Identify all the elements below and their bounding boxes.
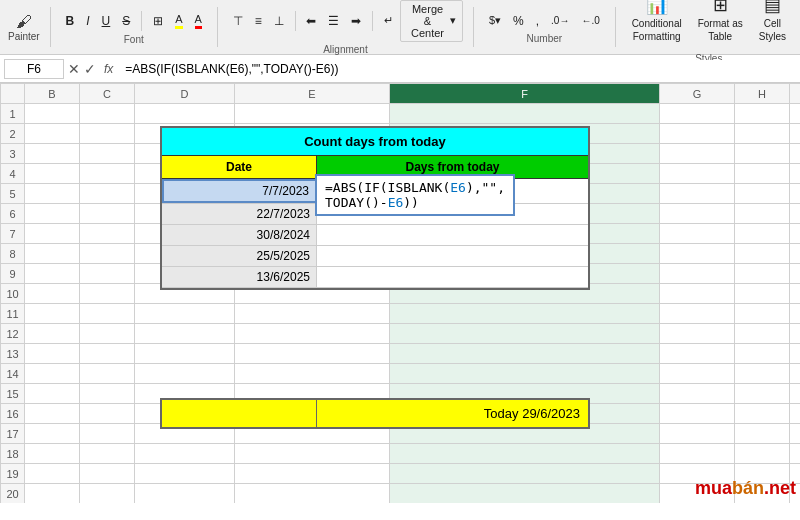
conditional-formatting-button[interactable]: 📊 ConditionalFormatting <box>626 0 688 47</box>
align-center-button[interactable]: ☰ <box>323 11 344 31</box>
grid-cell[interactable] <box>735 424 790 444</box>
percent-button[interactable]: % <box>508 11 529 31</box>
grid-cell[interactable] <box>135 364 235 384</box>
underline-button[interactable]: U <box>97 11 116 31</box>
grid-cell[interactable] <box>80 464 135 484</box>
grid-cell[interactable] <box>390 104 660 124</box>
grid-cell[interactable] <box>25 304 80 324</box>
grid-cell[interactable] <box>390 344 660 364</box>
grid-cell[interactable] <box>25 424 80 444</box>
grid-cell[interactable] <box>660 424 735 444</box>
grid-cell[interactable] <box>135 104 235 124</box>
grid-cell[interactable] <box>390 364 660 384</box>
grid-cell[interactable] <box>790 104 801 124</box>
format-as-table-button[interactable]: ⊞ Format as Table <box>692 0 749 47</box>
grid-cell[interactable] <box>660 224 735 244</box>
grid-cell[interactable] <box>235 444 390 464</box>
grid-cell[interactable] <box>790 144 801 164</box>
date-cell-4[interactable]: 25/5/2025 <box>162 246 317 266</box>
grid-cell[interactable] <box>25 404 80 424</box>
border-button[interactable]: ⊞ <box>148 11 168 31</box>
align-bottom-button[interactable]: ⊥ <box>269 11 289 31</box>
days-cell-5[interactable] <box>317 267 588 287</box>
grid-cell[interactable] <box>790 324 801 344</box>
grid-cell[interactable] <box>660 324 735 344</box>
grid-cell[interactable] <box>790 384 801 404</box>
grid-cell[interactable] <box>25 284 80 304</box>
grid-cell[interactable] <box>25 104 80 124</box>
grid-cell[interactable] <box>790 444 801 464</box>
grid-cell[interactable] <box>390 324 660 344</box>
font-color-button[interactable]: A <box>190 10 207 32</box>
grid-cell[interactable] <box>660 284 735 304</box>
col-header-h[interactable]: H <box>735 84 790 104</box>
grid-cell[interactable] <box>135 464 235 484</box>
currency-button[interactable]: $▾ <box>484 11 506 30</box>
grid-cell[interactable] <box>25 144 80 164</box>
cell-styles-button[interactable]: ▤ CellStyles <box>753 0 792 47</box>
grid-cell[interactable] <box>80 204 135 224</box>
grid-cell[interactable] <box>80 424 135 444</box>
grid-cell[interactable] <box>80 304 135 324</box>
align-right-button[interactable]: ➡ <box>346 11 366 31</box>
align-left-button[interactable]: ⬅ <box>301 11 321 31</box>
date-cell-3[interactable]: 30/8/2024 <box>162 225 317 245</box>
grid-cell[interactable] <box>25 344 80 364</box>
grid-cell[interactable] <box>790 244 801 264</box>
grid-cell[interactable] <box>135 324 235 344</box>
grid-cell[interactable] <box>790 344 801 364</box>
grid-cell[interactable] <box>25 224 80 244</box>
grid-cell[interactable] <box>790 304 801 324</box>
grid-cell[interactable] <box>790 124 801 144</box>
grid-cell[interactable] <box>80 444 135 464</box>
days-cell-4[interactable] <box>317 246 588 266</box>
grid-cell[interactable] <box>735 104 790 124</box>
grid-cell[interactable] <box>80 284 135 304</box>
grid-cell[interactable] <box>390 304 660 324</box>
grid-cell[interactable] <box>80 124 135 144</box>
cell-reference-box[interactable] <box>4 59 64 79</box>
grid-cell[interactable] <box>390 464 660 484</box>
grid-cell[interactable] <box>660 364 735 384</box>
grid-cell[interactable] <box>790 404 801 424</box>
confirm-formula-icon[interactable]: ✓ <box>84 61 96 77</box>
grid-cell[interactable] <box>25 364 80 384</box>
grid-cell[interactable] <box>735 404 790 424</box>
grid-cell[interactable] <box>80 364 135 384</box>
grid-cell[interactable] <box>660 164 735 184</box>
grid-cell[interactable] <box>660 204 735 224</box>
grid-cell[interactable] <box>790 364 801 384</box>
grid-cell[interactable] <box>660 244 735 264</box>
grid-cell[interactable] <box>735 264 790 284</box>
grid-cell[interactable] <box>235 304 390 324</box>
grid-cell[interactable] <box>660 184 735 204</box>
grid-cell[interactable] <box>790 224 801 244</box>
strikethrough-button[interactable]: S <box>117 11 135 31</box>
grid-cell[interactable] <box>80 244 135 264</box>
grid-cell[interactable] <box>80 324 135 344</box>
grid-cell[interactable] <box>235 464 390 484</box>
grid-cell[interactable] <box>660 344 735 364</box>
grid-cell[interactable] <box>25 264 80 284</box>
grid-cell[interactable] <box>660 124 735 144</box>
grid-cell[interactable] <box>790 164 801 184</box>
grid-cell[interactable] <box>80 484 135 504</box>
grid-cell[interactable] <box>80 384 135 404</box>
grid-cell[interactable] <box>390 444 660 464</box>
grid-cell[interactable] <box>25 464 80 484</box>
grid-cell[interactable] <box>80 224 135 244</box>
grid-cell[interactable] <box>25 324 80 344</box>
grid-cell[interactable] <box>80 264 135 284</box>
grid-cell[interactable] <box>735 204 790 224</box>
grid-cell[interactable] <box>390 484 660 504</box>
grid-cell[interactable] <box>660 404 735 424</box>
grid-cell[interactable] <box>660 444 735 464</box>
date-cell-1[interactable]: 7/7/2023 <box>162 179 317 203</box>
grid-cell[interactable] <box>135 444 235 464</box>
grid-cell[interactable] <box>735 164 790 184</box>
align-top-button[interactable]: ⊤ <box>228 11 248 31</box>
grid-cell[interactable] <box>25 184 80 204</box>
col-header-g[interactable]: G <box>660 84 735 104</box>
col-header-e[interactable]: E <box>235 84 390 104</box>
grid-cell[interactable] <box>660 264 735 284</box>
